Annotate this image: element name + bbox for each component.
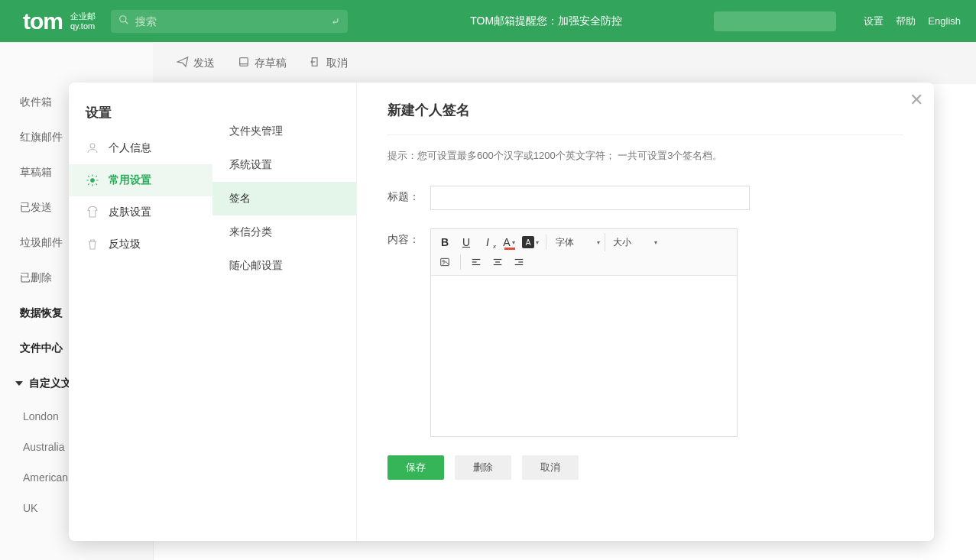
title-row: 标题： <box>387 186 903 210</box>
search-input[interactable] <box>129 15 331 28</box>
font-family-label: 字体 <box>556 236 574 249</box>
signature-title-input[interactable] <box>430 186 750 210</box>
editor-body[interactable] <box>431 276 737 436</box>
logo: tom <box>23 8 63 34</box>
settings-title: 设置 <box>69 104 212 132</box>
font-size-select[interactable]: 大小▾ <box>608 233 662 251</box>
user-info[interactable] <box>714 11 836 31</box>
rich-editor: B U I A▾ A▾ 字体▾ 大小▾ <box>430 228 738 437</box>
logo-sub-2: qy.tom <box>70 21 96 31</box>
nav-skin-settings[interactable]: 皮肤设置 <box>69 196 212 228</box>
person-icon <box>86 141 99 155</box>
backcolor-button[interactable]: A▾ <box>520 232 541 252</box>
svg-rect-12 <box>472 264 481 265</box>
delete-button[interactable]: 删除 <box>455 455 511 480</box>
lang-link[interactable]: English <box>928 15 961 27</box>
align-left-button[interactable] <box>465 252 487 272</box>
subnav-carefree[interactable]: 随心邮设置 <box>212 249 356 283</box>
nav-antispam-label: 反垃圾 <box>109 238 141 251</box>
draft-label: 存草稿 <box>255 57 287 70</box>
nav-general-settings[interactable]: 常用设置 <box>69 164 212 196</box>
svg-rect-10 <box>472 259 481 260</box>
nav-antispam[interactable]: 反垃圾 <box>69 228 212 261</box>
separator <box>460 254 461 270</box>
paper-plane-icon <box>177 56 189 70</box>
align-right-button[interactable] <box>508 252 530 272</box>
svg-point-7 <box>91 179 95 183</box>
header-notice: TOM邮箱提醒您：加强安全防控 <box>348 15 714 28</box>
save-button[interactable]: 保存 <box>387 455 444 480</box>
clear-format-button[interactable]: I <box>477 232 498 252</box>
gear-icon <box>86 173 99 187</box>
svg-rect-18 <box>515 264 524 265</box>
send-label: 发送 <box>193 57 215 70</box>
nav-personal-info-label: 个人信息 <box>109 141 151 155</box>
search-icon <box>118 15 129 28</box>
content-label: 内容： <box>387 228 430 247</box>
svg-rect-17 <box>518 261 523 262</box>
search-box[interactable]: ⤶ <box>111 10 348 33</box>
forecolor-button[interactable]: A▾ <box>498 232 520 252</box>
svg-rect-3 <box>239 58 248 66</box>
svg-point-6 <box>90 144 95 148</box>
shirt-icon <box>86 206 99 219</box>
chevron-down-icon <box>15 381 23 386</box>
trash-icon <box>86 238 99 251</box>
font-family-select[interactable]: 字体▾ <box>551 233 605 251</box>
subnav-signature[interactable]: 签名 <box>212 182 356 215</box>
insert-image-button[interactable] <box>434 252 456 272</box>
settings-panel: 新建个人签名 提示：您可设置最多600个汉字或1200个英文字符； 一共可设置3… <box>356 83 934 541</box>
separator <box>546 235 546 250</box>
content-row: 内容： B U I A▾ A▾ 字体▾ 大小▾ <box>387 228 903 437</box>
settings-modal: ✕ 设置 个人信息 常用设置 皮肤设置 反垃圾 文件夹管理 系 <box>69 83 934 541</box>
subnav-folder-manage[interactable]: 文件夹管理 <box>212 115 356 148</box>
logo-sub-1: 企业邮 <box>70 11 96 21</box>
svg-marker-2 <box>177 57 187 66</box>
logo-subtitle: 企业邮 qy.tom <box>70 11 96 31</box>
bold-button[interactable]: B <box>434 232 456 252</box>
svg-rect-13 <box>494 259 502 260</box>
svg-rect-15 <box>494 264 502 265</box>
settings-nav-secondary: 文件夹管理 系统设置 签名 来信分类 随心邮设置 <box>212 83 356 541</box>
nav-skin-label: 皮肤设置 <box>109 206 151 219</box>
refresh-icon[interactable]: ⤶ <box>331 15 340 28</box>
modal-cancel-button[interactable]: 取消 <box>522 455 579 480</box>
cancel-label: 取消 <box>326 57 348 70</box>
svg-rect-16 <box>515 259 524 260</box>
align-center-button[interactable] <box>487 252 508 272</box>
send-button[interactable]: 发送 <box>177 56 215 70</box>
nav-personal-info[interactable]: 个人信息 <box>69 132 212 164</box>
editor-toolbar: B U I A▾ A▾ 字体▾ 大小▾ <box>431 229 737 276</box>
dialog-actions: 保存 删除 取消 <box>387 455 903 480</box>
subnav-system[interactable]: 系统设置 <box>212 148 356 182</box>
subnav-filter[interactable]: 来信分类 <box>212 215 356 249</box>
settings-link[interactable]: 设置 <box>864 15 884 28</box>
nav-general-label: 常用设置 <box>109 173 151 187</box>
svg-line-1 <box>125 21 128 24</box>
svg-rect-14 <box>495 261 500 262</box>
signature-hint: 提示：您可设置最多600个汉字或1200个英文字符； 一共可设置3个签名档。 <box>387 135 903 186</box>
cancel-button[interactable]: 取消 <box>310 56 348 70</box>
signature-title: 新建个人签名 <box>387 101 903 135</box>
header: tom 企业邮 qy.tom ⤶ TOM邮箱提醒您：加强安全防控 设置 帮助 E… <box>0 0 976 42</box>
svg-point-0 <box>120 15 126 21</box>
title-label: 标题： <box>387 186 430 204</box>
save-draft-icon <box>238 56 250 70</box>
draft-button[interactable]: 存草稿 <box>238 56 287 70</box>
font-size-label: 大小 <box>613 236 631 249</box>
exit-icon <box>310 56 322 70</box>
settings-nav-primary: 设置 个人信息 常用设置 皮肤设置 反垃圾 <box>69 83 212 541</box>
svg-rect-11 <box>472 261 477 262</box>
app-root: tom 企业邮 qy.tom ⤶ TOM邮箱提醒您：加强安全防控 设置 帮助 E… <box>0 0 976 560</box>
help-link[interactable]: 帮助 <box>896 15 916 28</box>
svg-point-9 <box>443 261 444 262</box>
underline-button[interactable]: U <box>456 232 477 252</box>
